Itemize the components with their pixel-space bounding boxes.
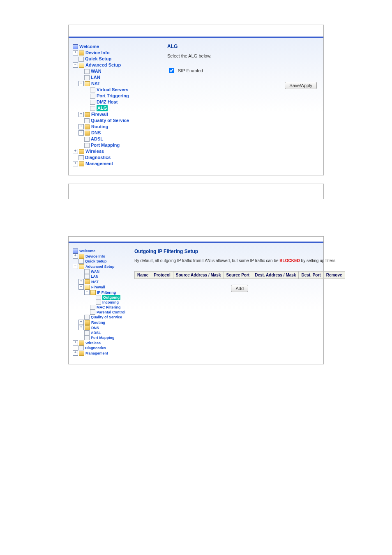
collapse-icon[interactable]: − (78, 81, 84, 86)
nav-lan[interactable]: LAN (91, 274, 99, 279)
nav-mac-filtering[interactable]: MAC Filtering (97, 305, 121, 310)
nav-tree: Welcome +Device Info Quick Setup −Advanc… (73, 44, 155, 167)
page-icon (78, 259, 84, 264)
expand-icon[interactable]: + (73, 161, 78, 166)
ip-filter-table: Name Protocol Source Address / Mask Sour… (134, 271, 345, 279)
welcome-icon (73, 44, 78, 49)
nav-adsl[interactable]: ADSL (91, 136, 103, 142)
nav-adsl[interactable]: ADSL (91, 330, 101, 335)
folder-icon (79, 351, 84, 356)
nav-nat[interactable]: NAT (91, 81, 100, 87)
collapse-icon[interactable]: − (73, 264, 78, 269)
content-title: ALG (167, 44, 317, 49)
page-icon (84, 269, 90, 274)
nav-wireless[interactable]: Wireless (85, 341, 101, 345)
nav-welcome[interactable]: Welcome (79, 44, 99, 50)
page-icon (84, 118, 90, 123)
folder-icon (79, 161, 84, 166)
nav-device-info[interactable]: Device Info (85, 254, 105, 259)
nav-diagnostics[interactable]: Diagnostics (85, 345, 106, 350)
nav-routing[interactable]: Routing (91, 320, 105, 325)
collapse-icon[interactable]: − (73, 62, 78, 68)
expand-icon[interactable]: + (73, 253, 78, 259)
blocked-text: BLOCKED (279, 258, 300, 263)
nav-lan[interactable]: LAN (91, 74, 100, 81)
expand-icon[interactable]: + (78, 130, 84, 136)
folder-icon (85, 131, 90, 136)
nav-wan[interactable]: WAN (91, 269, 99, 274)
expand-icon[interactable]: + (78, 112, 84, 117)
page-icon (90, 106, 95, 111)
nav-routing[interactable]: Routing (91, 124, 108, 130)
col-src-addr: Source Address / Mask (173, 272, 224, 279)
expand-icon[interactable]: + (78, 124, 84, 129)
folder-open-icon (79, 264, 84, 269)
page-icon (90, 88, 95, 92)
nav-advanced-setup[interactable]: Advanced Setup (85, 264, 115, 269)
nav-virtual-servers[interactable]: Virtual Servers (97, 87, 128, 93)
folder-icon (85, 320, 90, 325)
nav-port-mapping[interactable]: Port Mapping (91, 335, 115, 340)
nav-incoming[interactable]: Incoming (102, 300, 119, 305)
page-icon (84, 137, 90, 142)
nav-diagnostics[interactable]: Diagnostics (85, 154, 111, 161)
nav-alg[interactable]: ALG (97, 105, 108, 111)
folder-open-icon (90, 290, 96, 295)
save-apply-button[interactable]: Save/Apply (285, 82, 317, 89)
nav-dmz-host[interactable]: DMZ Host (97, 99, 118, 105)
gap-box (68, 184, 324, 199)
expand-icon[interactable]: + (73, 50, 78, 55)
page-icon (84, 335, 90, 340)
folder-open-icon (79, 63, 84, 68)
expand-icon[interactable]: + (78, 279, 84, 284)
page-icon (90, 305, 95, 310)
col-remove: Remove (323, 272, 345, 279)
col-dst-addr: Dest. Address / Mask (252, 272, 299, 279)
collapse-icon[interactable]: − (84, 290, 90, 295)
nav-advanced-setup[interactable]: Advanced Setup (85, 62, 121, 68)
page-icon (84, 330, 90, 335)
expand-icon[interactable]: + (78, 325, 84, 330)
nav-wireless[interactable]: Wireless (85, 148, 104, 154)
nav-nat[interactable]: NAT (91, 279, 99, 284)
page-icon (78, 57, 84, 62)
content-desc: By default, all outgoing IP traffic from… (134, 258, 345, 263)
nav-outgoing[interactable]: Outgoing (102, 295, 120, 300)
nav-port-triggering[interactable]: Port Triggering (97, 93, 129, 99)
nav-welcome[interactable]: Welcome (79, 249, 95, 253)
folder-icon (85, 112, 90, 117)
collapse-icon[interactable]: − (78, 284, 84, 290)
nav-device-info[interactable]: Device Info (85, 50, 110, 56)
expand-icon[interactable]: + (73, 149, 78, 154)
nav-ip-filtering[interactable]: IP Filtering (97, 290, 116, 295)
nav-qos[interactable]: Quality of Service (91, 315, 122, 320)
page-icon (96, 295, 101, 300)
folder-open-icon (85, 81, 90, 86)
folder-open-icon (85, 285, 90, 290)
page-icon (84, 75, 90, 80)
expand-icon[interactable]: + (78, 320, 84, 325)
nav-port-mapping[interactable]: Port Mapping (91, 142, 120, 148)
page-icon (90, 100, 95, 105)
nav-quick-setup[interactable]: Quick Setup (85, 259, 107, 264)
nav-quick-setup[interactable]: Quick Setup (85, 56, 111, 62)
nav-dns[interactable]: DNS (91, 325, 99, 330)
nav-parental-control[interactable]: Parental Control (97, 310, 125, 315)
page-icon (90, 310, 95, 315)
welcome-icon (73, 249, 78, 253)
nav-management[interactable]: Management (85, 351, 108, 356)
nav-firewall[interactable]: Firewall (91, 111, 108, 117)
sip-enabled-checkbox[interactable] (169, 68, 174, 73)
nav-firewall[interactable]: Firewall (91, 285, 105, 290)
col-protocol: Protocol (151, 272, 173, 279)
nav-qos[interactable]: Quality of Service (91, 117, 129, 124)
add-button[interactable]: Add (231, 285, 248, 292)
expand-icon[interactable]: + (73, 340, 78, 345)
nav-management[interactable]: Management (85, 161, 113, 167)
content-title: Outgoing IP Filtering Setup (134, 249, 345, 254)
expand-icon[interactable]: + (73, 350, 78, 356)
nav-dns[interactable]: DNS (91, 130, 101, 136)
content-desc: Select the ALG below. (167, 53, 317, 58)
page-icon (78, 155, 84, 160)
nav-wan[interactable]: WAN (91, 68, 101, 74)
